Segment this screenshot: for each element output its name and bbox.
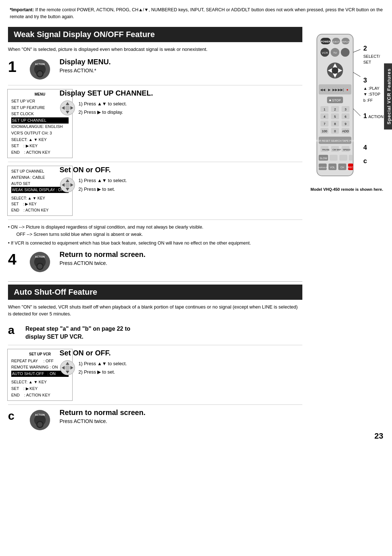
remote-label-2: 2 SELECT/SET — [363, 44, 384, 65]
svg-text:ADD: ADD — [342, 129, 349, 133]
important-note: *Important: If the remote control POWER,… — [8, 7, 384, 20]
weak-signal-notes: • ON --> Picture is displayed regardless… — [8, 223, 302, 247]
action-button-icon-step4: ACTION — [28, 250, 52, 274]
svg-text:4: 4 — [323, 115, 325, 118]
svg-text:2: 2 — [334, 108, 336, 111]
svg-text:ACTION: ACTION — [35, 255, 45, 258]
step-2-title: Display SET UP CHANNEL. — [60, 89, 302, 97]
svg-text:◀◀: ◀◀ — [320, 88, 325, 92]
step-a-number: a — [8, 324, 22, 336]
step-3-content: Set ON or OFF. 1) Press ▲▼ to select. — [60, 166, 302, 193]
svg-text:TV: TV — [333, 51, 337, 55]
weak-signal-intro: When "ON" is selected, picture is displa… — [8, 46, 302, 53]
nav-controller-icon-step2 — [60, 100, 75, 116]
step-4-row: 4 ACTION Return to normal screen. Press … — [8, 250, 302, 278]
svg-text:CH: CH — [340, 166, 344, 169]
svg-text:COUNTER RESET  SEARCH  TAPE PO: COUNTER RESET SEARCH TAPE POSIT ON — [310, 140, 360, 142]
svg-point-50 — [332, 67, 338, 74]
svg-point-21 — [37, 264, 42, 269]
weak-signal-header: Weak Signal Display ON/OFF Feature — [8, 27, 302, 42]
step-1-row: 1 ACTION Display MENU. Press ACTION.* — [8, 58, 302, 85]
svg-text:1: 1 — [323, 108, 325, 111]
step-a-content: Repeat step "a" and "b" on page 22 todis… — [25, 323, 302, 341]
svg-text:PAUSE: PAUSE — [322, 149, 330, 151]
step-b-inst1: 1) Press ▲▼ to select. — [78, 359, 127, 368]
svg-text:▶▶|: ▶▶| — [338, 88, 344, 92]
step-3-inst2: 2) Press ▶ to set. — [78, 185, 127, 193]
svg-text:ACTION: ACTION — [35, 63, 45, 65]
svg-text:8: 8 — [334, 122, 336, 126]
note-1: • ON --> Picture is displayed regardless… — [8, 223, 302, 238]
svg-text:100: 100 — [322, 129, 327, 133]
step-c-number: c — [8, 410, 22, 422]
svg-point-4 — [37, 71, 42, 76]
step-3-icon: SET UP CHANNEL ANTENNA : CABLE AUTO SET … — [25, 166, 54, 216]
step-c-title: Return to normal screen. — [60, 408, 302, 417]
menu-highlighted-item: SET UP CHANNEL — [11, 117, 69, 124]
svg-rect-93 — [330, 155, 338, 161]
auto-shutoff-header: Auto Shut-Off Feature — [8, 285, 302, 300]
step-c-subtitle: Press ACTION twice. — [60, 418, 302, 424]
step-1-content: Display MENU. Press ACTION.* — [60, 58, 302, 76]
step-c-icon: ACTION — [25, 408, 54, 432]
step-3-title: Set ON or OFF. — [60, 166, 302, 174]
step-3-inst1: 1) Press ▲▼ to select. — [78, 176, 127, 185]
auto-shutoff-intro: When "ON" is selected, VCR shuts itself … — [8, 303, 302, 318]
svg-text:SAP/HI-FI: SAP/HI-FI — [318, 166, 327, 169]
remote-control-diagram: POWER EJECT DISPLAY VCR TV — [310, 31, 360, 183]
important-label: *Important: — [10, 7, 34, 12]
svg-rect-95 — [349, 155, 352, 161]
step-4-subtitle: Press ACTION twice. — [60, 260, 302, 266]
svg-point-44 — [341, 48, 350, 57]
svg-text:EJECT: EJECT — [332, 41, 339, 43]
note-2: • If VCR is connected to equipment which… — [8, 239, 302, 247]
important-text: If the remote control POWER, ACTION, PRO… — [10, 7, 383, 19]
page-number: 23 — [375, 431, 383, 441]
svg-text:REC: REC — [348, 166, 354, 169]
step-2-row: 2 MENU SET UP VCR SET UP FEATURE SET CLO… — [8, 89, 302, 162]
step-4-icon: ACTION — [25, 250, 54, 274]
step-2-content: Display SET UP CHANNEL. 1) Press ▲▼ to s… — [60, 89, 302, 117]
step-4-number: 4 — [8, 252, 22, 267]
left-content: Weak Signal Display ON/OFF Feature When … — [8, 27, 306, 440]
remote-label-4: 4 — [363, 143, 384, 153]
svg-text:DISPLAY: DISPLAY — [341, 41, 350, 43]
step-a-title: Repeat step "a" and "b" on page 22 todis… — [25, 325, 302, 341]
svg-text:POWER: POWER — [321, 40, 330, 43]
step-1-title: Display MENU. — [60, 58, 302, 66]
svg-text:VOL: VOL — [330, 166, 335, 169]
remote-label-3: 3 ▲ :PLAY▼ :STOPb :FF — [363, 76, 384, 104]
svg-text:●: ● — [346, 88, 348, 92]
step-2-instructions: 1) Press ▲▼ to select. 2) Press ▶ to dis… — [78, 100, 127, 117]
step-1-icon: ACTION — [25, 58, 54, 81]
remote-label-c: c — [363, 156, 384, 166]
svg-text:▶: ▶ — [328, 88, 331, 92]
step-3-instructions: 1) Press ▲▼ to select. 2) Press ▶ to set… — [78, 176, 127, 193]
svg-point-16 — [65, 182, 70, 188]
svg-rect-94 — [339, 155, 347, 161]
step-c-row: c ACTION Return to normal screen. Press … — [8, 408, 302, 436]
step-3-row: 3 SET UP CHANNEL ANTENNA : CABLE AUTO SE… — [8, 166, 302, 220]
svg-text:■ STOP: ■ STOP — [329, 98, 341, 102]
svg-text:7: 7 — [323, 122, 325, 126]
step-b-row: b SET UP VCR REPEAT PLAY : OFF REMOTE WA… — [8, 349, 302, 405]
svg-line-106 — [353, 109, 360, 118]
action-button-icon: ACTION — [28, 58, 52, 81]
step-2-inst2: 2) Press ▶ to display. — [78, 108, 127, 116]
nav-controller-icon-step3 — [60, 177, 75, 193]
svg-text:SLOW: SLOW — [320, 157, 327, 160]
svg-text:SPEED: SPEED — [343, 149, 351, 151]
svg-text:3: 3 — [344, 108, 346, 111]
action-button-icon-stepc: ACTION — [28, 408, 52, 432]
step-2-inst1: 1) Press ▲▼ to select. — [78, 100, 127, 108]
svg-text:5: 5 — [334, 115, 336, 118]
svg-text:6: 6 — [344, 115, 346, 118]
svg-point-32 — [37, 422, 42, 427]
svg-text:ACTION: ACTION — [35, 414, 45, 416]
step-c-content: Return to normal screen. Press ACTION tw… — [60, 408, 302, 426]
step-a-row: a Repeat step "a" and "b" on page 22 tod… — [8, 323, 302, 345]
svg-line-104 — [353, 49, 360, 52]
svg-text:VCR: VCR — [322, 51, 328, 55]
step-b-icon: SET UP VCR REPEAT PLAY : OFF REMOTE WARN… — [25, 349, 54, 401]
right-remote-panel: POWER EJECT DISPLAY VCR TV — [306, 27, 384, 440]
